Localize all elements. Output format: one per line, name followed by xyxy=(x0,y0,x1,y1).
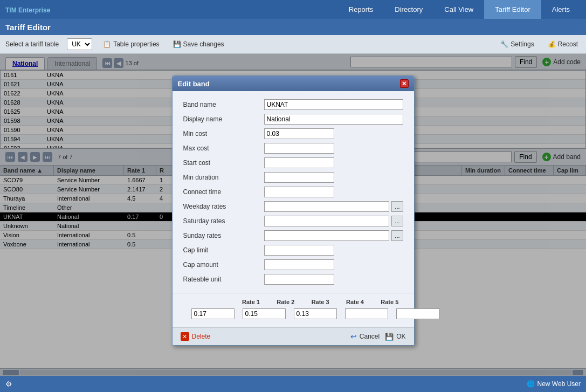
modal-overlay: Edit band ✕ Band name Display name Min c… xyxy=(0,54,586,376)
nav-alerts[interactable]: Alerts xyxy=(541,0,581,19)
display-name-label: Display name xyxy=(183,115,259,123)
rateable-unit-input[interactable] xyxy=(264,274,334,285)
delete-label: Delete xyxy=(192,333,211,340)
rate3-header: Rate 3 xyxy=(307,299,333,305)
rate4-input[interactable] xyxy=(345,308,388,319)
top-nav: TIM Enterprise Reports Directory Call Vi… xyxy=(0,0,586,19)
start-cost-input[interactable] xyxy=(264,157,334,168)
logo-enterprise: Enterprise xyxy=(17,6,51,14)
cap-amount-label: Cap amount xyxy=(183,261,259,269)
nav-items: Reports Directory Call View Tariff Edito… xyxy=(338,0,581,19)
select-tariff-label: Select a tariff table xyxy=(5,40,59,48)
cancel-button[interactable]: ↩ Cancel xyxy=(350,332,380,341)
cap-amount-input[interactable] xyxy=(264,259,334,270)
band-name-input[interactable] xyxy=(264,99,403,110)
cancel-ok-group: ↩ Cancel 💾 OK xyxy=(350,332,406,341)
toolbar: Select a tariff table UK 📋 Table propert… xyxy=(0,35,586,54)
ok-icon: 💾 xyxy=(385,333,394,341)
save-changes-button[interactable]: 💾 Save changes xyxy=(170,39,227,49)
min-duration-label: Min duration xyxy=(183,174,259,181)
min-cost-input[interactable] xyxy=(264,128,334,139)
nav-tariff-editor[interactable]: Tariff Editor xyxy=(484,0,541,19)
nav-reports[interactable]: Reports xyxy=(338,0,384,19)
rate2-header: Rate 2 xyxy=(272,299,299,305)
cap-limit-label: Cap limit xyxy=(183,246,259,254)
start-cost-label: Start cost xyxy=(183,159,259,167)
band-name-label: Band name xyxy=(183,101,259,108)
saturday-rates-label: Saturday rates xyxy=(183,217,259,225)
ok-label: OK xyxy=(396,333,405,340)
tariff-table-select[interactable]: UK xyxy=(67,38,92,50)
ok-button[interactable]: 💾 OK xyxy=(385,333,405,341)
modal-header: Edit band ✕ xyxy=(173,76,414,91)
modal-body: Band name Display name Min cost Max cost… xyxy=(173,91,414,293)
sunday-rates-row: ... xyxy=(264,230,403,241)
page-title: Tariff Editor xyxy=(5,23,51,32)
new-web-user-label[interactable]: New Web User xyxy=(537,380,581,388)
sunday-rates-browse-button[interactable]: ... xyxy=(391,230,403,241)
logo-tim: TIM xyxy=(5,6,17,14)
modal-footer: ✕ Delete ↩ Cancel 💾 OK xyxy=(173,327,414,345)
recost-label: Recost xyxy=(558,40,578,48)
recost-icon: 💰 xyxy=(548,40,556,48)
settings-icon: 🔧 xyxy=(500,40,508,48)
connect-time-label: Connect time xyxy=(183,188,259,196)
save-icon: 💾 xyxy=(173,40,181,48)
rates-header: Rate 1 Rate 2 Rate 3 Rate 4 Rate 5 xyxy=(183,299,403,305)
rate2-input[interactable] xyxy=(243,308,286,319)
weekday-rates-row: ... xyxy=(264,201,403,212)
rate1-header: Rate 1 xyxy=(238,299,264,305)
app-logo: TIM Enterprise xyxy=(5,5,50,15)
modal-title: Edit band xyxy=(178,80,210,88)
sunday-rates-label: Sunday rates xyxy=(183,232,259,239)
weekday-rates-label: Weekday rates xyxy=(183,203,259,210)
settings-label: Settings xyxy=(511,40,534,48)
table-properties-label: Table properties xyxy=(113,40,159,48)
sub-header: Tariff Editor xyxy=(0,19,586,35)
rate5-input[interactable] xyxy=(396,308,439,319)
rate1-input[interactable] xyxy=(191,308,235,319)
status-bar: ⚙ 🌐 New Web User xyxy=(0,376,586,392)
settings-gear-icon[interactable]: ⚙ xyxy=(5,380,12,388)
modal-close-button[interactable]: ✕ xyxy=(400,79,409,88)
min-duration-input[interactable] xyxy=(264,172,334,183)
connect-time-input[interactable] xyxy=(264,187,334,197)
nav-directory[interactable]: Directory xyxy=(384,0,433,19)
rates-row xyxy=(183,308,403,319)
delete-button[interactable]: ✕ Delete xyxy=(181,332,211,341)
max-cost-label: Max cost xyxy=(183,145,259,152)
table-properties-icon: 📋 xyxy=(103,40,111,48)
cancel-icon: ↩ xyxy=(350,332,357,341)
weekday-rates-browse-button[interactable]: ... xyxy=(391,201,403,212)
status-right: 🌐 New Web User xyxy=(527,380,581,388)
max-cost-input[interactable] xyxy=(264,143,334,154)
settings-button[interactable]: 🔧 Settings xyxy=(498,39,536,49)
display-name-input[interactable] xyxy=(264,114,403,125)
rate5-header: Rate 5 xyxy=(376,299,403,305)
rates-section: Rate 1 Rate 2 Rate 3 Rate 4 Rate 5 xyxy=(173,293,414,327)
cancel-label: Cancel xyxy=(360,333,380,340)
main-content: National International ⏮ ◀ 13 of Find + … xyxy=(0,54,586,376)
rate4-header: Rate 4 xyxy=(342,299,368,305)
weekday-rates-input[interactable] xyxy=(264,201,390,212)
recost-button[interactable]: 💰 Recost xyxy=(545,39,581,49)
rate3-input[interactable] xyxy=(294,308,337,319)
edit-band-modal: Edit band ✕ Band name Display name Min c… xyxy=(172,75,415,346)
nav-call-view[interactable]: Call View xyxy=(433,0,484,19)
globe-icon: 🌐 xyxy=(527,380,535,388)
cap-limit-input[interactable] xyxy=(264,245,334,256)
saturday-rates-row: ... xyxy=(264,216,403,226)
delete-icon: ✕ xyxy=(181,332,189,341)
saturday-rates-browse-button[interactable]: ... xyxy=(391,216,403,226)
table-properties-button[interactable]: 📋 Table properties xyxy=(100,39,162,49)
save-changes-label: Save changes xyxy=(183,40,224,48)
min-cost-label: Min cost xyxy=(183,130,259,137)
saturday-rates-input[interactable] xyxy=(264,216,390,226)
sunday-rates-input[interactable] xyxy=(264,230,390,241)
rateable-unit-label: Rateable unit xyxy=(183,276,259,283)
